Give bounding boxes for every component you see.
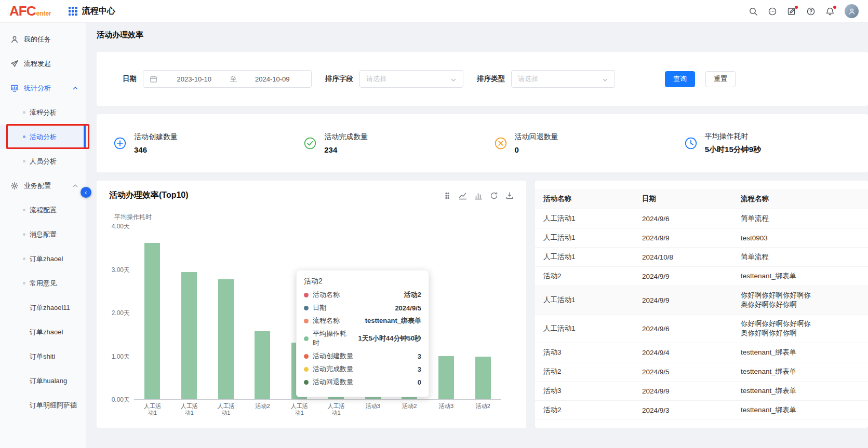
tooltip-label: 活动完成数量 <box>313 364 353 374</box>
date-range-picker[interactable]: 2023-10-10 至 2024-10-09 <box>143 70 312 88</box>
sidebar-subitem-label: 订单zhaoel <box>30 328 63 337</box>
sidebar-subitem-label: 订单hualang <box>30 376 67 386</box>
tooltip-value: 0 <box>410 378 421 386</box>
tooltip-title: 活动2 <box>304 277 421 286</box>
sidebar-item-流程发起[interactable]: 流程发起 <box>0 51 86 76</box>
query-button[interactable]: 查询 <box>665 71 695 87</box>
sidebar-subitem-订单zhaoel[interactable]: 订单zhaoel <box>0 247 86 271</box>
reset-button[interactable]: 重置 <box>705 71 736 87</box>
table-cell: 人工活动1 <box>535 209 634 228</box>
stat-label: 平均操作耗时 <box>705 132 761 141</box>
stat-plus-circle: 活动创建数量346 <box>102 132 292 154</box>
table-cell: 活动3 <box>535 382 634 401</box>
series-dot <box>304 319 309 323</box>
table-cell: 2024/9/9 <box>634 267 732 286</box>
stat-label: 活动完成数量 <box>324 132 368 142</box>
table-cell: test0903 <box>732 228 868 248</box>
ai-assistant-icon[interactable] <box>768 7 777 16</box>
user-icon <box>848 8 856 15</box>
chart-bar[interactable] <box>218 279 234 399</box>
chart-bar[interactable] <box>144 243 160 399</box>
stat-label: 活动创建数量 <box>134 132 178 142</box>
bar-chart-icon[interactable] <box>474 192 483 200</box>
download-icon[interactable] <box>505 192 514 200</box>
search-icon[interactable] <box>749 7 758 16</box>
series-dot <box>304 367 309 372</box>
chart-bar[interactable] <box>475 357 491 399</box>
sidebar-subitem-订单zhaoel[interactable]: 订单zhaoel <box>0 320 86 344</box>
edit-note-icon[interactable] <box>787 7 796 16</box>
sidebar-subitem-label: 消息配置 <box>30 230 57 239</box>
calendar-icon <box>150 75 157 83</box>
tooltip-label: 平均操作耗时 <box>313 329 351 348</box>
sidebar-subitem-订单hualang[interactable]: 订单hualang <box>0 369 86 393</box>
sort-type-placeholder: 请选择 <box>518 74 538 84</box>
sidebar-item-label: 统计分析 <box>24 84 51 93</box>
tooltip-value: 3 <box>410 365 421 373</box>
chart-bar[interactable] <box>181 272 197 399</box>
app-title: 流程中心 <box>82 6 115 17</box>
plus-circle-icon <box>113 137 127 150</box>
sort-type-select[interactable]: 请选择 <box>511 70 615 88</box>
sidebar-subitem-常用意见[interactable]: 常用意见 <box>0 271 86 295</box>
stat-check-circle: 活动完成数量234 <box>292 132 482 154</box>
send-icon <box>10 60 19 68</box>
sidebar-subitem-label: 订单shiti <box>30 352 55 361</box>
apps-grid-icon[interactable] <box>69 7 77 16</box>
chart-title: 活动办理效率(Top10) <box>109 190 189 201</box>
sort-field-label: 排序字段 <box>325 74 353 84</box>
x-axis-tick-label: 活动2 <box>391 403 428 410</box>
tooltip-label: 流程名称 <box>313 316 340 325</box>
sidebar-subitem-label: 订单zhaoel11 <box>30 303 70 313</box>
sidebar-item-业务配置[interactable]: 业务配置 <box>0 173 86 198</box>
tooltip-value: 活动2 <box>397 290 421 300</box>
user-icon <box>10 35 19 44</box>
data-view-icon[interactable] <box>443 192 451 200</box>
table-cell: 你好啊你好啊你好啊你奥你好啊你好你啊 <box>732 286 868 315</box>
tooltip-value: 1天5小时44分钟50秒 <box>351 334 421 343</box>
sidebar-item-label: 业务配置 <box>24 181 51 191</box>
stat-value: 346 <box>134 145 178 154</box>
sidebar-subitem-流程配置[interactable]: 流程配置 <box>0 198 86 222</box>
sidebar: 我的任务流程发起统计分析流程分析活动分析人员分析业务配置流程配置消息配置订单zh… <box>0 23 86 448</box>
sort-field-select[interactable]: 请选择 <box>359 70 463 88</box>
chart-bar[interactable] <box>438 356 454 400</box>
x-axis-tick-label: 活动3 <box>354 403 391 410</box>
sidebar-subitem-活动分析[interactable]: 活动分析 <box>0 125 86 149</box>
gear-icon <box>10 182 19 190</box>
sidebar-item-统计分析[interactable]: 统计分析 <box>0 76 86 100</box>
app-logo[interactable]: AFCenter <box>9 3 51 19</box>
x-axis: 人工活动1人工活动1人工活动1活动2人工活动1人工活动1活动3活动2活动3活动2 <box>134 403 501 424</box>
sidebar-subitem-label: 流程分析 <box>30 108 57 117</box>
restore-icon[interactable] <box>490 192 498 200</box>
stat-close-circle: 活动回退数量0 <box>483 132 673 154</box>
table-cell: 活动2 <box>535 267 634 286</box>
table-cell: 你好啊你好啊你好啊你奥你好啊你好你啊 <box>732 315 868 343</box>
table-cell: testtenant_绑表单 <box>732 267 868 286</box>
check-circle-icon <box>303 137 317 150</box>
help-icon[interactable] <box>806 7 816 16</box>
avatar[interactable] <box>845 4 859 18</box>
sidebar-subitem-流程分析[interactable]: 流程分析 <box>0 100 86 125</box>
sidebar-subitem-订单zhaoel11[interactable]: 订单zhaoel11 <box>0 295 86 320</box>
tooltip-row: 活动完成数量3 <box>304 364 421 374</box>
table-cell: 2024/9/5 <box>634 362 732 382</box>
table-cell: testtenant_绑表单 <box>732 343 868 362</box>
line-chart-icon[interactable] <box>459 192 467 200</box>
table-row: 活动22024/9/5testtenant_绑表单 <box>535 362 868 382</box>
sidebar-collapse-button[interactable]: ‹ <box>81 187 91 198</box>
sidebar-subitem-订单shiti[interactable]: 订单shiti <box>0 344 86 369</box>
sidebar-subitem-消息配置[interactable]: 消息配置 <box>0 222 86 247</box>
sidebar-item-我的任务[interactable]: 我的任务 <box>0 27 86 51</box>
bullet-dot <box>23 135 25 138</box>
chevron-up-icon <box>72 183 78 189</box>
date-end-value[interactable]: 2024-10-09 <box>240 75 305 83</box>
sidebar-subitem-人员分析[interactable]: 人员分析 <box>0 149 86 173</box>
table-row: 活动22024/9/3testtenant_绑表单 <box>535 401 868 420</box>
table-row: 活动22024/9/9testtenant_绑表单 <box>535 267 868 286</box>
sidebar-subitem-订单明细阿萨德[interactable]: 订单明细阿萨德 <box>0 393 86 417</box>
date-start-value[interactable]: 2023-10-10 <box>162 75 227 83</box>
chart-bar[interactable] <box>255 331 270 399</box>
notification-icon[interactable] <box>825 7 835 16</box>
date-range-separator: 至 <box>227 74 240 84</box>
